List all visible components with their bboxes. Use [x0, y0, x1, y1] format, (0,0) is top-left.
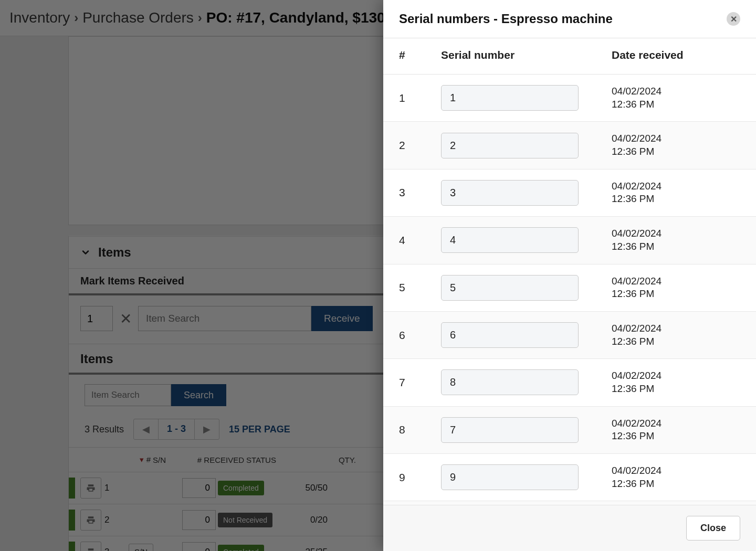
serial-date-received: 04/02/202412:36 PM	[612, 227, 740, 253]
serial-row: 1 04/02/202412:36 PM	[383, 75, 756, 122]
serial-numbers-modal: Serial numbers - Espresso machine ✕ # Se…	[383, 0, 756, 551]
serial-row-index: 1	[399, 92, 441, 104]
serial-number-input[interactable]	[441, 369, 579, 395]
serial-date-received: 04/02/202412:36 PM	[612, 322, 740, 348]
serial-number-input[interactable]	[441, 85, 579, 111]
serial-row-index: 4	[399, 234, 441, 247]
serial-number-input[interactable]	[441, 180, 579, 206]
serial-row-index: 6	[399, 329, 441, 342]
close-icon[interactable]: ✕	[727, 12, 740, 26]
serial-row: 8 04/02/202412:36 PM	[383, 407, 756, 454]
modal-col-date: Date received	[612, 49, 740, 61]
serial-row: 2 04/02/202412:36 PM	[383, 122, 756, 169]
serial-date-received: 04/02/202412:36 PM	[612, 464, 740, 490]
serial-row: 4 04/02/202412:36 PM	[383, 217, 756, 264]
serial-date-received: 04/02/202412:36 PM	[612, 369, 740, 395]
serial-row-index: 3	[399, 186, 441, 199]
modal-column-headers: # Serial number Date received	[383, 38, 756, 75]
serial-row-index: 7	[399, 376, 441, 389]
serial-row: 6 04/02/202412:36 PM	[383, 312, 756, 359]
serial-number-input[interactable]	[441, 133, 579, 158]
serial-row-index: 2	[399, 139, 441, 152]
modal-title: Serial numbers - Espresso machine	[399, 12, 613, 26]
serial-row-index: 5	[399, 281, 441, 294]
serial-row: 10 04/02/202412:36 PM	[383, 501, 756, 505]
serial-row-index: 9	[399, 471, 441, 484]
serial-number-input[interactable]	[441, 464, 579, 490]
serial-row: 7 04/02/202412:36 PM	[383, 359, 756, 406]
modal-col-index: #	[399, 49, 441, 61]
serial-date-received: 04/02/202412:36 PM	[612, 417, 740, 443]
close-button[interactable]: Close	[686, 516, 740, 541]
serial-row: 9 04/02/202412:36 PM	[383, 454, 756, 501]
serial-date-received: 04/02/202412:36 PM	[612, 275, 740, 301]
serial-date-received: 04/02/202412:36 PM	[612, 132, 740, 158]
serial-row: 5 04/02/202412:36 PM	[383, 264, 756, 312]
serial-date-received: 04/02/202412:36 PM	[612, 180, 740, 206]
serial-date-received: 04/02/202412:36 PM	[612, 85, 740, 111]
serial-row-index: 8	[399, 423, 441, 436]
serial-row: 3 04/02/202412:36 PM	[383, 169, 756, 217]
serial-number-input[interactable]	[441, 417, 579, 443]
serial-rows-list: 1 04/02/202412:36 PM 2 04/02/202412:36 P…	[383, 75, 756, 505]
serial-number-input[interactable]	[441, 322, 579, 348]
serial-number-input[interactable]	[441, 275, 579, 301]
modal-col-serial: Serial number	[441, 49, 612, 61]
serial-number-input[interactable]	[441, 227, 579, 253]
